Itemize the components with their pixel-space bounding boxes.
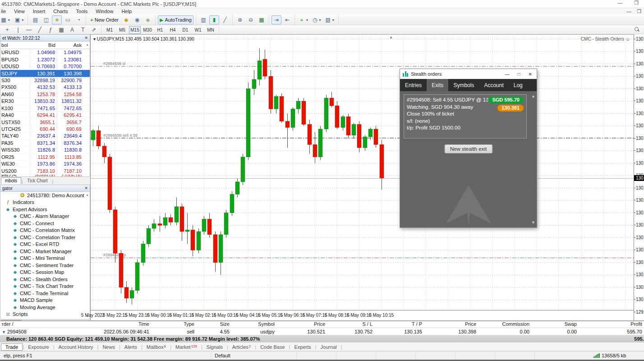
periods-button[interactable]: ◷▾ [311, 15, 323, 24]
market-watch-row-k100[interactable]: K1007471.657472.65 [0, 105, 90, 112]
navigator-item-cmc-alarm-manager[interactable]: ◆CMC - Alarm Manager [0, 213, 90, 220]
navigator-item-macd-sample[interactable]: ◆MACD Sample [0, 297, 90, 304]
candlestick-button[interactable]: ▮ [209, 15, 219, 24]
dialog-tab-entries[interactable]: Entries [400, 79, 427, 91]
terminal-tab-code-base[interactable]: Code Base [256, 344, 289, 350]
dialog-maximize-button[interactable]: □ [518, 72, 520, 77]
new-order-button[interactable]: +New Order [88, 15, 120, 24]
channel-button[interactable]: ▦ [56, 25, 66, 34]
terminal-tab-articles[interactable]: Articles2 [228, 344, 255, 350]
market-watch-row-udusd[interactable]: UDUSD0.706930.70700 [0, 63, 90, 70]
close-icon[interactable]: ✕ [84, 36, 88, 40]
market-watch-row-taly40[interactable]: TALY4023637.423649.4 [0, 133, 90, 139]
data-window-toggle[interactable]: ◫ [41, 15, 51, 24]
scroll-up-icon[interactable]: ▲ [86, 193, 89, 196]
scroll-up-icon[interactable]: ▲ [86, 43, 89, 46]
timeframe-w1[interactable]: W1 [192, 26, 204, 34]
tab-mbols[interactable]: mbols [1, 177, 21, 184]
navigator-item-cmc-tick-chart-trader[interactable]: ◆CMC - Tick Chart Trader [0, 283, 90, 290]
scroll-down-icon[interactable]: ▼ [531, 220, 535, 225]
dialog-titlebar[interactable]: Stealth orders — □ ✕ [400, 69, 537, 79]
navigator-item-cmc-excel-rtd[interactable]: ◆CMC - Excel RTD [0, 241, 90, 248]
line-chart-button[interactable]: ╱ [220, 15, 230, 24]
fibonacci-button[interactable]: ƒ [46, 25, 55, 34]
terminal-toggle[interactable]: ▭ [63, 15, 73, 24]
tab-tick-chart[interactable]: Tick Chart [23, 177, 51, 184]
column-ask[interactable]: Ask [57, 42, 83, 48]
navigator-item-cmc-connect[interactable]: ◆CMC - Connect [0, 220, 90, 227]
templates-button[interactable]: ▧▾ [324, 15, 336, 24]
market-watch-row-bpusd[interactable]: BPUSD1.230721.23081 [0, 56, 90, 63]
open-order-row[interactable]: ▼29945082022.05.06 09:46:41sell4.55usdjp… [0, 328, 644, 335]
dialog-minimize-button[interactable]: — [505, 72, 510, 77]
terminal-tab-mailbox[interactable]: Mailbox6 [143, 344, 170, 350]
market-watch-row-pa35[interactable]: PA358371.348376.34 [0, 140, 90, 147]
timeframe-m30[interactable]: M30 [142, 26, 153, 34]
terminal-column-type[interactable]: Type [151, 321, 196, 328]
terminal-tab-experts[interactable]: Experts [290, 344, 315, 350]
terminal-column-size[interactable]: Size [196, 321, 231, 328]
timeframe-h4[interactable]: H4 [167, 26, 179, 34]
navigator-item-24513780-demo-account[interactable]: 24513780: Demo Account [0, 192, 90, 199]
terminal-column-swap[interactable]: Swap [531, 321, 579, 328]
dialog-tab-log[interactable]: Log [509, 79, 528, 91]
market-watch-row-or25[interactable]: OR251112.951113.85 [0, 154, 90, 161]
terminal-column-time[interactable]: Time [68, 321, 151, 328]
text-label-button[interactable]: T [78, 25, 88, 34]
navigator-item-cmc-correlation-trader[interactable]: ◆CMC - Correlation Trader [0, 234, 90, 241]
timeframe-h1[interactable]: H1 [154, 26, 166, 34]
timeframe-mn[interactable]: MN [205, 26, 216, 34]
auto-scroll-button[interactable]: ⇥ [271, 15, 281, 24]
new-stealth-exit-button[interactable]: New stealth exit [444, 144, 492, 153]
column-bid[interactable]: Bid [30, 42, 57, 48]
market-watch-row-we30[interactable]: WE301973.861974.36 [0, 161, 90, 167]
trendline-button[interactable]: ╱ [35, 25, 45, 34]
crosshair-button[interactable]: + [2, 25, 12, 34]
chart-shift-button[interactable]: ⇤ [282, 15, 292, 24]
timeframe-d1[interactable]: D1 [179, 26, 191, 34]
terminal-tab-news[interactable]: News [98, 344, 119, 350]
menu-view[interactable]: View [14, 9, 25, 14]
terminal-column-commission[interactable]: Commission [478, 321, 531, 328]
navigator-item-indicators[interactable]: ƒIndicators [0, 199, 90, 206]
navigator-item-cmc-sentiment-trader[interactable]: ◆CMC - Sentiment Trader [0, 262, 90, 269]
terminal-tab-market[interactable]: Market125 [171, 344, 201, 350]
terminal-column-symbol[interactable]: Symbol [231, 321, 276, 328]
navigator-item-cmc-market-manager[interactable]: ◆CMC - Market Manager [0, 248, 90, 255]
child-restore-button[interactable]: ❐ [637, 9, 641, 14]
chart-window[interactable]: #2994508 sl#2994508 sell 4.55#2994508 tp… [91, 34, 634, 320]
terminal-tab-account-history[interactable]: Account History [55, 344, 97, 350]
bar-chart-button[interactable]: ▥ [198, 15, 208, 24]
market-watch-row-ra40[interactable]: RA406294.416295.41 [0, 112, 90, 119]
menu-insert[interactable]: Insert [33, 9, 46, 14]
timeframe-m1[interactable]: M1 [104, 26, 115, 34]
market-watch-toggle[interactable]: ▤ [30, 15, 40, 24]
indicators-button[interactable]: ＋▾ [297, 15, 310, 24]
market-watch-row-pn225[interactable]: PN22526999.0027006.00 [0, 175, 90, 177]
terminal-tab-trade[interactable]: Trade [1, 343, 23, 351]
zoom-out-button[interactable]: ⊖ [246, 15, 256, 24]
stealth-exit-card[interactable]: #2994508: Sell 4.55 USDJPY @ 130.521 Wat… [404, 94, 527, 139]
navigator-item-cmc-session-map[interactable]: ◆CMC - Session Map [0, 269, 90, 276]
market-watch-row-wiss30[interactable]: WISS3011826.811830.8 [0, 147, 90, 153]
market-watch-row-px500[interactable]: PX5004132.534133.13 [0, 84, 90, 91]
time-axis[interactable]: 5 May 20225 May 22:155 May 23:156 May 00… [91, 310, 634, 321]
shapes-dropdown[interactable]: ⇗ [89, 25, 99, 34]
chart-shift-marker[interactable]: ▲ [389, 35, 393, 39]
minimize-window-button[interactable]: — [617, 0, 622, 6]
autotrading-button[interactable]: ▶AutoTrading [158, 15, 193, 24]
menu-tools[interactable]: Tools [76, 9, 88, 14]
terminal-column-rder[interactable]: rder / [0, 321, 68, 328]
navigator-toggle[interactable]: ★ [52, 15, 62, 24]
candlestick-chart[interactable]: #2994508 sl#2994508 sell 4.55#2994508 tp [91, 35, 634, 310]
navigator-item-expert-advisors[interactable]: ◆Expert Advisors [0, 206, 90, 213]
zoom-in-button[interactable]: ⊕ [235, 15, 245, 24]
status-profile[interactable]: Default [211, 352, 297, 359]
navigator-item-cmc-correlation-matrix[interactable]: ◆CMC - Correlation Matrix [0, 227, 90, 234]
strategy-tester-toggle[interactable]: ◔ [74, 15, 83, 24]
column-symbol[interactable]: bol [0, 42, 30, 48]
price-axis[interactable]: 130.840130.800130.760130.720130.680130.6… [634, 34, 644, 320]
menu-help[interactable]: Help [121, 9, 132, 14]
profiles-button[interactable]: ▣▾ [13, 15, 25, 24]
menu-ile[interactable]: ile [1, 9, 6, 14]
